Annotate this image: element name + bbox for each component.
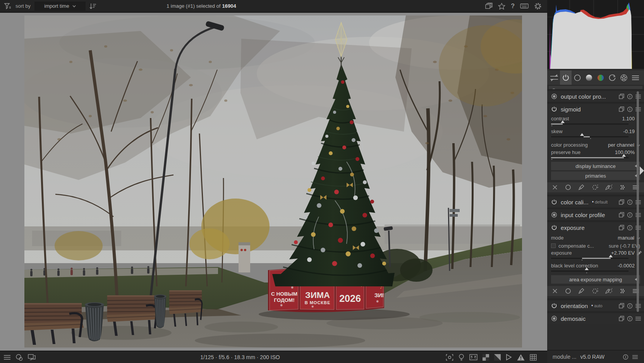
sort-by-label: sort by (15, 3, 31, 9)
tab-active-modules[interactable] (548, 70, 560, 85)
modules-list: output color pro... sigmoid (547, 89, 644, 350)
raw-overexposure-icon[interactable] (494, 354, 501, 361)
color-processing-select[interactable]: color processing per channel (547, 141, 644, 149)
compensate-camera-exposure-row[interactable]: compensate c... sure (-0.7 EV) (547, 242, 644, 250)
module-order-value: v5.0 RAW (580, 354, 605, 360)
power-icon[interactable] (551, 303, 557, 309)
overlapping-circles-icon[interactable] (15, 354, 23, 361)
photo-christmas-tree-park[interactable]: ❄❄ ❄❄ ❄❄ ❄❄ ❄❄ ♪ ♪ ♪ ♪ С НОВЫМ ГОДОМ! ЗИ… (24, 15, 522, 348)
reset-icon[interactable] (627, 94, 633, 99)
gamut-check-icon[interactable] (517, 354, 525, 361)
multi-instance-icon[interactable] (619, 316, 624, 321)
help-icon[interactable]: ? (511, 3, 515, 10)
mask-drawn-icon[interactable] (578, 184, 584, 190)
mask-drawn-parametric-icon[interactable] (605, 184, 612, 190)
module-sigmoid: sigmoid contrast1.100 skew-0.19 (547, 102, 644, 195)
reset-icon[interactable] (627, 106, 633, 112)
module-header[interactable]: demosaic (547, 313, 644, 324)
mask-raster-icon[interactable] (620, 288, 626, 294)
exposure-slider[interactable]: exposure +2.700 EV (547, 250, 644, 259)
mask-drawn-parametric-icon[interactable] (605, 288, 612, 294)
reset-icon[interactable] (627, 199, 633, 205)
guides-overlay-icon[interactable] (530, 354, 537, 361)
preserve-hue-slider[interactable]: preserve hue100.00% (547, 149, 644, 158)
module-group-tabs (547, 70, 644, 85)
color-assessment-icon[interactable] (459, 354, 464, 361)
mask-off-icon[interactable] (552, 185, 558, 190)
panel-scrollbar[interactable] (637, 91, 639, 312)
darktable-darkroom: sort by import time 1 image (#1) selecte… (0, 0, 644, 363)
hamburger-menu-icon[interactable] (4, 355, 10, 360)
primaries-button[interactable]: primaries (551, 171, 640, 180)
mask-parametric-icon[interactable] (592, 288, 598, 294)
mask-raster-icon[interactable] (620, 184, 626, 190)
reset-icon[interactable] (623, 354, 629, 360)
settings-gear-icon[interactable] (534, 2, 542, 10)
reset-icon[interactable] (627, 212, 633, 218)
fit-view-icon[interactable] (469, 354, 477, 360)
reset-icon[interactable] (627, 316, 633, 322)
panel-collapse-handle[interactable] (640, 166, 644, 175)
tab-correction-group[interactable] (606, 70, 618, 85)
second-window-icon[interactable] (28, 354, 36, 360)
sort-field-select[interactable]: import time (34, 2, 86, 11)
module-input-color-profile: input color profile (547, 207, 644, 220)
mask-parametric-icon[interactable] (592, 184, 598, 190)
window-stack-icon[interactable] (485, 3, 493, 9)
module-header[interactable]: orientation • auto (547, 300, 644, 311)
multi-instance-icon[interactable] (619, 106, 624, 112)
module-label: color cali... (561, 199, 589, 205)
always-on-icon (551, 93, 557, 99)
blend-mask-row (547, 286, 644, 296)
compensate-checkbox[interactable] (551, 243, 556, 248)
module-header[interactable]: color cali... • default (547, 197, 644, 207)
tab-enabled-modules[interactable] (560, 70, 572, 85)
presets-icon[interactable] (635, 317, 641, 321)
module-header[interactable]: sigmoid (547, 104, 644, 115)
multi-instance-icon[interactable] (619, 212, 624, 217)
contrast-slider[interactable]: contrast1.100 (547, 115, 644, 125)
mask-off-icon[interactable] (552, 288, 558, 294)
tab-basic-group[interactable] (572, 70, 583, 85)
star-icon[interactable] (498, 3, 505, 10)
display-luminance-button[interactable]: display luminance (551, 162, 640, 170)
power-icon[interactable] (551, 106, 557, 112)
tab-effects-group[interactable] (618, 70, 630, 85)
multi-instance-icon[interactable] (619, 199, 624, 205)
image-count: 16904 (222, 3, 236, 9)
module-header[interactable]: exposure (547, 222, 644, 233)
keyboard-icon[interactable] (520, 3, 529, 9)
center-view: ❄❄ ❄❄ ❄❄ ❄❄ ❄❄ ♪ ♪ ♪ ♪ С НОВЫМ ГОДОМ! ЗИ… (0, 13, 547, 351)
overexposure-icon[interactable] (483, 354, 489, 361)
tab-tone-group[interactable] (583, 70, 595, 85)
power-icon[interactable] (551, 199, 557, 205)
multi-instance-icon[interactable] (619, 94, 624, 99)
exposure-mode-select[interactable]: mode manual (547, 234, 644, 242)
mask-drawn-icon[interactable] (578, 288, 584, 294)
focus-peaking-icon[interactable] (446, 354, 453, 361)
presets-icon[interactable] (632, 355, 638, 359)
module-output-color-profile: output color pro... (547, 89, 644, 102)
tab-color-group[interactable] (595, 70, 606, 85)
right-panel: search modules by name or tag output col… (547, 0, 644, 363)
module-header[interactable]: output color pro... (547, 91, 644, 102)
bottom-bar: 1/125 · f/5.6 · 18.3 mm · 200 ISO (0, 351, 547, 363)
module-label: sigmoid (561, 106, 581, 113)
sort-order-icon[interactable] (89, 3, 96, 9)
module-order-footer[interactable]: module ... v5.0 RAW (547, 350, 644, 363)
power-icon[interactable] (551, 224, 557, 231)
reset-icon[interactable] (627, 225, 633, 231)
presets-menu-icon[interactable] (630, 70, 641, 85)
multi-instance-icon[interactable] (619, 303, 624, 308)
area-exposure-mapping-button[interactable]: area exposure mapping (551, 275, 640, 284)
mask-uniform-icon[interactable] (565, 184, 571, 190)
black-level-slider[interactable]: black level correction-0.0002 (547, 262, 644, 272)
softproof-icon[interactable] (506, 354, 512, 361)
mask-uniform-icon[interactable] (565, 288, 571, 294)
multi-instance-icon[interactable] (619, 225, 624, 230)
reset-icon[interactable] (627, 303, 633, 309)
skew-slider[interactable]: skew-0.19 (547, 128, 644, 137)
filter-icon[interactable] (4, 3, 12, 10)
module-header[interactable]: input color profile (547, 209, 644, 220)
histogram[interactable] (547, 0, 644, 69)
